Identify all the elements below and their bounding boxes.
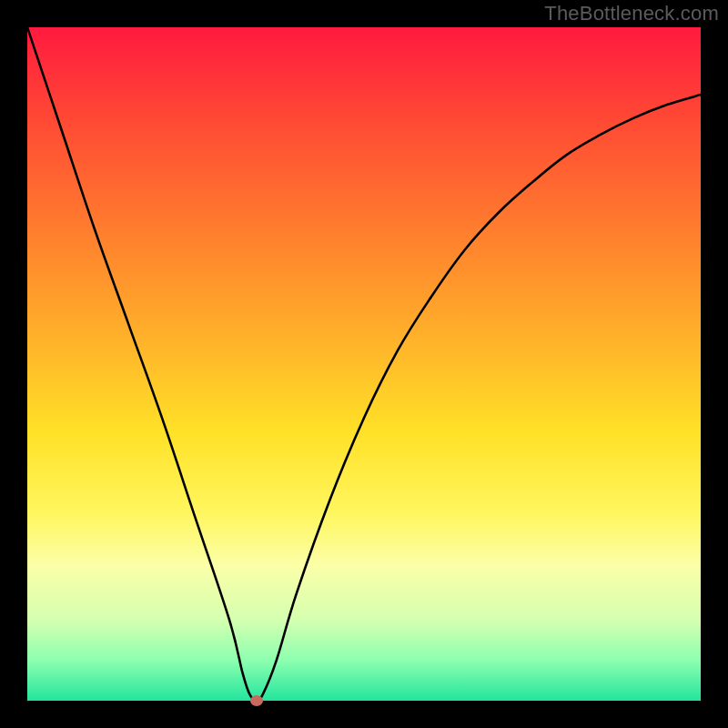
bottleneck-curve — [27, 27, 701, 701]
watermark-text: TheBottleneck.com — [544, 2, 719, 25]
plot-area — [27, 27, 701, 701]
curve-layer — [27, 27, 701, 701]
optimal-point-marker — [250, 695, 263, 706]
chart-frame: TheBottleneck.com — [0, 0, 728, 728]
